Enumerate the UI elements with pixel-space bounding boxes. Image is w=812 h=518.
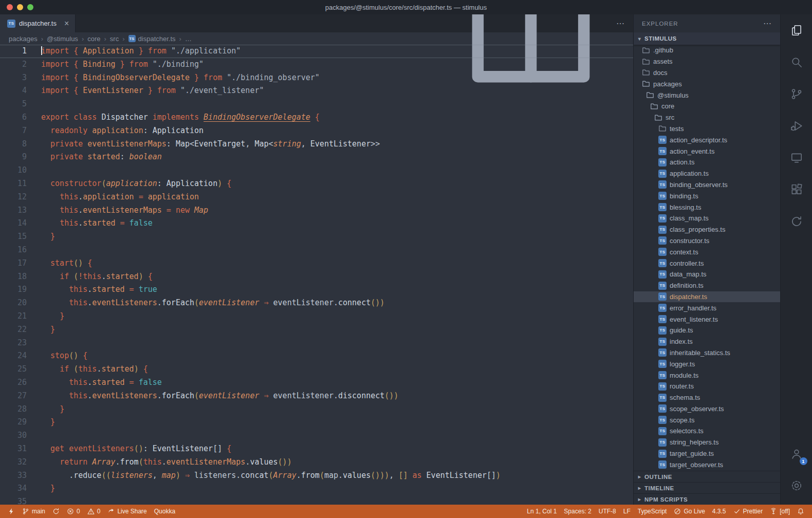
tree-item[interactable]: TSapplication.ts [634, 168, 780, 179]
code-line[interactable]: 18 if (!this.started) { [0, 270, 633, 284]
close-window-button[interactable] [7, 4, 13, 10]
tree-item[interactable]: docs [634, 67, 780, 79]
code-line[interactable]: 27 this.eventListeners.forEach(eventList… [0, 390, 633, 403]
code-line[interactable]: 11 constructor(application: Application)… [0, 177, 633, 191]
status-cursor-position[interactable]: Ln 1, Col 1 [523, 505, 560, 518]
code-line[interactable]: 30 [0, 429, 633, 442]
minimize-window-button[interactable] [17, 4, 23, 10]
code-line[interactable]: 21 } [0, 310, 633, 323]
tree-item[interactable]: TSdata_map.ts [634, 269, 780, 280]
code-editor[interactable]: 1import { Application } from "./applicat… [0, 45, 633, 505]
code-line[interactable]: 14 this.started = false [0, 217, 633, 230]
section-outline[interactable]: ▸OUTLINE [634, 471, 780, 482]
code-line[interactable]: 17 start() { [0, 257, 633, 270]
tree-item[interactable]: TSscope.ts [634, 414, 780, 425]
code-line[interactable]: 28 } [0, 403, 633, 416]
tab-dispatcher-ts[interactable]: TS dispatcher.ts × [0, 14, 76, 32]
activity-remote-explorer[interactable] [781, 142, 812, 174]
breadcrumb-item[interactable]: … [185, 35, 192, 43]
breadcrumb-item[interactable]: src [110, 35, 119, 43]
status-errors[interactable]: 0 [63, 505, 84, 518]
code-line[interactable]: 4import { EventListener } from "./event_… [0, 84, 633, 98]
breadcrumb-item[interactable]: core [87, 35, 100, 43]
tree-item[interactable]: TSindex.ts [634, 336, 780, 347]
code-line[interactable]: 2import { Binding } from "./binding" [0, 58, 633, 71]
status-indentation[interactable]: Spaces: 2 [560, 505, 595, 518]
section-timeline[interactable]: ▸TIMELINE [634, 482, 780, 493]
code-line[interactable]: 16 [0, 244, 633, 257]
status-quokka[interactable]: Quokka [151, 505, 179, 518]
code-line[interactable]: 1import { Application } from "./applicat… [0, 45, 633, 58]
breadcrumb-item[interactable]: TSdispatcher.ts [128, 35, 176, 43]
status-go-live[interactable]: Go Live [670, 505, 708, 518]
tree-item[interactable]: TSschema.ts [634, 392, 780, 403]
close-tab-icon[interactable]: × [64, 20, 69, 28]
tree-item[interactable]: TSevent_listener.ts [634, 313, 780, 325]
status-git-branch[interactable]: main [19, 505, 49, 518]
tree-item[interactable]: TSscope_observer.ts [634, 403, 780, 415]
code-line[interactable]: 34 } [0, 482, 633, 495]
tree-item[interactable]: TSerror_handler.ts [634, 302, 780, 313]
tree-item[interactable]: TSdispatcher.ts [634, 291, 780, 303]
explorer-more-actions-icon[interactable]: ⋯ [763, 18, 772, 28]
section-npm-scripts[interactable]: ▸NPM SCRIPTS [634, 493, 780, 505]
code-line[interactable]: 20 this.eventListeners.forEach(eventList… [0, 297, 633, 310]
tree-item[interactable]: TSselectors.ts [634, 425, 780, 437]
section-stimulus[interactable]: ▾ STIMULUS [634, 32, 780, 45]
code-line[interactable]: 31 get eventListeners(): EventListener[]… [0, 442, 633, 456]
activity-accounts[interactable]: 1 [781, 438, 812, 470]
tree-item[interactable]: TStarget_guide.ts [634, 448, 780, 459]
code-line[interactable]: 26 this.started = false [0, 376, 633, 390]
zoom-window-button[interactable] [27, 4, 33, 10]
status-warnings[interactable]: 0 [84, 505, 104, 518]
code-line[interactable]: 10 [0, 164, 633, 177]
tree-item[interactable]: TSguide.ts [634, 325, 780, 336]
tree-item[interactable]: TSrouter.ts [634, 381, 780, 392]
tree-item[interactable]: TSblessing.ts [634, 201, 780, 213]
tree-item[interactable]: src [634, 112, 780, 123]
code-line[interactable]: 35 [0, 495, 633, 505]
status-remote-indicator[interactable] [4, 505, 19, 518]
code-line[interactable]: 8 private eventListenerMaps: Map<EventTa… [0, 138, 633, 151]
tree-item[interactable]: @stimulus [634, 89, 780, 101]
status-notifications[interactable] [793, 505, 808, 518]
tree-item[interactable]: TStarget_observer.ts [634, 459, 780, 470]
status-version[interactable]: 4.3.5 [709, 505, 730, 518]
tree-item[interactable]: TSclass_map.ts [634, 213, 780, 224]
tree-item[interactable]: TSclass_properties.ts [634, 224, 780, 235]
code-line[interactable]: 23 [0, 337, 633, 350]
tree-item[interactable]: TSmodule.ts [634, 369, 780, 381]
tree-item[interactable]: packages [634, 78, 780, 89]
tree-item[interactable]: .github [634, 45, 780, 56]
tree-item[interactable]: tests [634, 123, 780, 135]
tree-item[interactable]: TSinheritable_statics.ts [634, 347, 780, 359]
tree-item[interactable]: TSdefinition.ts [634, 280, 780, 291]
code-line[interactable]: 13 this.eventListenerMaps = new Map [0, 204, 633, 217]
code-line[interactable]: 33 .reduce((listeners, map) ⇒ listeners.… [0, 469, 633, 483]
status-eol[interactable]: LF [620, 505, 634, 518]
tree-item[interactable]: TScontext.ts [634, 246, 780, 257]
status-prettier[interactable]: Prettier [730, 505, 767, 518]
status-off-toggle[interactable]: [off] [766, 505, 793, 518]
code-line[interactable]: 7 readonly application: Application [0, 124, 633, 138]
tree-item[interactable]: TSconstructor.ts [634, 235, 780, 247]
activity-extensions[interactable] [781, 174, 812, 206]
tree-item[interactable]: TSaction_descriptor.ts [634, 134, 780, 145]
activity-live-share[interactable] [781, 206, 812, 237]
breadcrumb-item[interactable]: packages [9, 35, 38, 43]
tree-item[interactable]: TSaction.ts [634, 157, 780, 168]
code-line[interactable]: 29 } [0, 416, 633, 429]
code-line[interactable]: 5 [0, 98, 633, 111]
activity-source-control[interactable] [781, 78, 812, 110]
code-line[interactable]: 19 this.started = true [0, 283, 633, 297]
activity-run-debug[interactable] [781, 110, 812, 142]
code-line[interactable]: 24 stop() { [0, 349, 633, 363]
tree-item[interactable]: TSaction_event.ts [634, 145, 780, 157]
status-sync[interactable] [49, 505, 63, 518]
activity-explorer[interactable] [781, 14, 812, 46]
code-line[interactable]: 22 } [0, 323, 633, 337]
tree-item[interactable]: TSbinding.ts [634, 190, 780, 201]
code-line[interactable]: 32 return Array.from(this.eventListenerM… [0, 456, 633, 469]
tree-item[interactable]: TSlogger.ts [634, 358, 780, 369]
code-line[interactable]: 25 if (this.started) { [0, 363, 633, 376]
